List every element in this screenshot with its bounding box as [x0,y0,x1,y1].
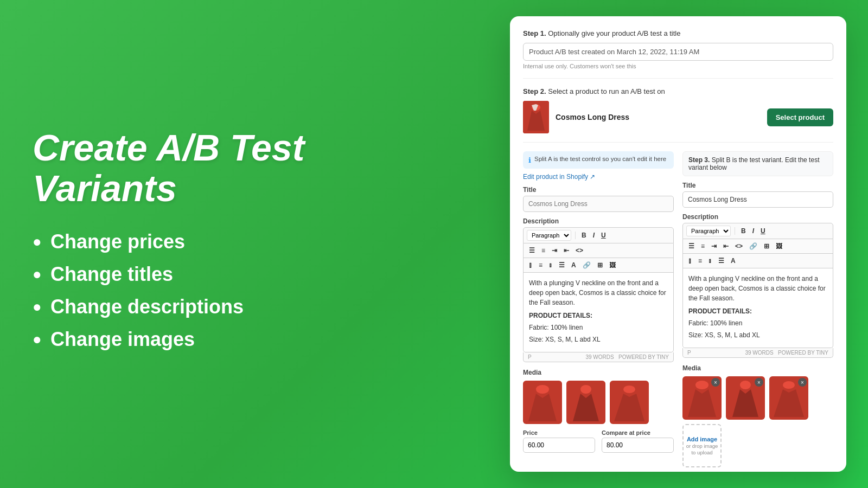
split-a-toolbar-row1: Paragraph B I U [523,227,674,243]
split-a-media-label: Media [523,369,674,376]
dress-svg-2 [566,381,605,424]
b-media-btn[interactable]: 🖼 [774,241,784,251]
media-btn: 🖼 [607,260,618,270]
product-thumbnail [523,101,549,133]
svg-point-5 [536,385,549,394]
split-b-italic-btn[interactable]: I [750,226,756,236]
b-color-btn[interactable]: A [729,256,738,266]
indent-btn: ⇥ [550,246,559,255]
divider-2 [523,142,833,143]
add-image-button[interactable]: Add image or drop image to upload [682,424,722,467]
split-a-price-field: Price [523,429,595,453]
split-a-price-row: Price Compare at price [523,429,674,453]
split-a-toolbar-row3: ⫿ ≡ ⫾ ☰ A 🔗 ⊞ 🖼 [523,258,674,273]
split-b-media-1: × [682,376,722,420]
b-align-left-btn[interactable]: ⫿ [686,256,694,266]
split-b-paragraph-select[interactable]: Paragraph [686,226,731,236]
toolbar-divider [575,232,576,239]
split-b-media-label: Media [682,364,833,372]
align-right-btn: ⫾ [547,260,554,270]
align-justify-btn: ☰ [557,260,567,270]
b-align-right-btn[interactable]: ⫾ [706,256,714,266]
split-a-price-input [523,438,595,453]
step1-hint: Internal use only. Customers won't see t… [523,63,833,69]
split-b-bold-btn[interactable]: B [739,226,748,236]
split-a-media-1 [523,381,562,424]
remove-media-2-btn[interactable]: × [755,378,763,387]
step2-label: Step 2. Select a product to run an A/B t… [523,87,833,95]
step1-label: Step 1. Optionally give your product A/B… [523,29,833,37]
split-a-desc-label: Description [523,217,674,225]
divider-1 [523,78,833,79]
step1-section: Step 1. Optionally give your product A/B… [523,29,833,69]
split-b-toolbar-row2: ☰ ≡ ⇥ ⇤ <> 🔗 ⊞ 🖼 [682,239,833,254]
align-left-btn: ⫿ [527,260,534,270]
dress-svg-3 [610,381,649,424]
color-btn: A [569,260,578,270]
split-b-underline-btn[interactable]: U [758,226,768,236]
product-row: Cosmos Long Dress Select product [523,101,833,133]
card-inner: Step 1. Optionally give your product A/B… [510,16,846,472]
split-a-underline-btn: U [599,230,608,240]
remove-media-3-btn[interactable]: × [798,378,807,387]
split-b-media-grid: × × [682,376,833,467]
align-center-btn: ≡ [537,260,545,270]
product-dress-icon [523,101,549,133]
split-b-toolbar-row1: Paragraph B I U [682,223,833,239]
b-footer-p: P [687,350,691,356]
table-btn: ⊞ [595,260,605,270]
footer-p: P [528,354,532,360]
outdent-btn: ⇤ [561,246,571,255]
split-b-toolbar-row3: ⫿ ≡ ⫾ ☰ A [682,254,833,268]
split-a-compare-label: Compare at price [602,429,674,436]
split-a-info-banner: ℹ Split A is the test control so you can… [523,151,674,169]
product-name: Cosmos Long Dress [556,113,761,121]
b-code-btn[interactable]: <> [733,241,745,251]
b-list-ul-btn[interactable]: ☰ [686,241,697,251]
b-link-btn[interactable]: 🔗 [747,241,760,251]
split-a-editor-body: With a plunging V neckline on the front … [523,273,674,352]
split-b-title-input[interactable] [682,191,833,208]
b-footer-words: 39 WORDS POWERED BY TINY [745,350,828,356]
split-a-price-label: Price [523,429,595,436]
split-a-panel: ℹ Split A is the test control so you can… [523,151,674,472]
select-product-button[interactable]: Select product [767,108,833,126]
list-ul-btn: ☰ [527,246,537,255]
bullet-list: Change prices Change titles Change descr… [33,230,315,351]
left-panel: Create A/B Test Variants Change prices C… [0,95,347,393]
b-align-justify-btn[interactable]: ☰ [716,256,726,266]
code-btn: <> [573,246,585,255]
test-title-input[interactable] [523,43,833,61]
split-a-paragraph-select: Paragraph [527,230,571,241]
external-link-icon: ↗ [590,173,595,181]
split-a-italic-btn: I [591,230,597,240]
split-b-title-label: Title [682,182,833,189]
split-b-panel: Step 3. Split B is the test variant. Edi… [682,151,833,472]
split-b-media-2: × [726,376,765,420]
edit-shopify-link[interactable]: Edit product in Shopify ↗ [523,173,674,181]
split-b-editor-body[interactable]: With a plunging V neckline on the front … [682,268,833,348]
svg-point-20 [783,381,795,389]
split-a-media-3 [610,381,649,424]
b-table-btn[interactable]: ⊞ [762,241,771,251]
link-btn: 🔗 [580,260,593,270]
toolbar-divider-b1 [735,227,735,235]
b-list-ol-btn[interactable]: ≡ [699,241,707,251]
b-align-center-btn[interactable]: ≡ [696,256,704,266]
b-indent-btn[interactable]: ⇥ [709,241,719,251]
split-a-compare-field: Compare at price [602,429,674,453]
split-a-media-grid [523,381,674,424]
bullet-item-2: Change titles [33,263,315,286]
hero-title: Create A/B Test Variants [33,127,315,209]
b-outdent-btn[interactable]: ⇤ [721,241,731,251]
split-a-editor-footer: P 39 WORDS POWERED BY TINY [523,352,674,362]
split-a-toolbar-row2: ☰ ≡ ⇥ ⇤ <> [523,243,674,258]
list-ol-btn: ≡ [539,246,547,255]
split-a-media-2 [566,381,605,424]
remove-media-1-btn[interactable]: × [711,378,720,387]
split-b-media-3: × [769,376,808,420]
split-a-title-label: Title [523,186,674,194]
step2-section: Step 2. Select a product to run an A/B t… [523,87,833,133]
dress-svg-1 [523,381,562,424]
svg-point-14 [695,381,709,389]
